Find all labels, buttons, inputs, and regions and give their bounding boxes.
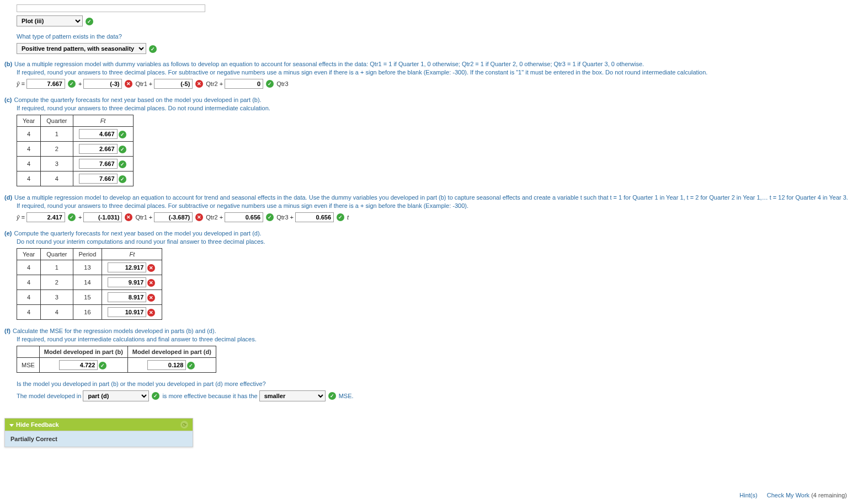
forecast-table-c: Year Quarter Ft 41 42 43 44 [17, 115, 134, 186]
pattern-select[interactable]: Positive trend pattern, with seasonality [17, 43, 146, 54]
d-coef2-input[interactable] [154, 212, 193, 222]
correct-icon [68, 213, 76, 221]
part-e-note: Do not round your interim computations a… [17, 238, 854, 245]
table-row: 4315 [17, 290, 162, 305]
qtr2-label: Qtr2 + [206, 81, 223, 87]
conclusion-mid: is more effective because it has the [162, 393, 257, 399]
part-b-label: (b) [4, 61, 12, 67]
correct-icon [149, 45, 157, 53]
part-b-prompt: Use a multiple regression model with dum… [14, 61, 644, 67]
forecast-input[interactable] [108, 307, 146, 317]
qtr1-label: Qtr1 + [135, 81, 152, 87]
forecast-table-e: Year Quarter Period Ft 4113 4214 4315 44… [17, 248, 162, 320]
forecast-input[interactable] [79, 174, 118, 184]
forecast-input[interactable] [108, 262, 146, 272]
d-intercept-input[interactable] [26, 212, 65, 222]
b-coef1-input[interactable] [83, 79, 122, 89]
correct-icon [152, 392, 159, 400]
col-year: Year [17, 249, 41, 260]
feedback-header-toggle[interactable]: Hide Feedback ⟳ [5, 419, 193, 431]
part-b-note: If required, round your answers to three… [17, 69, 854, 76]
plot-placeholder [17, 4, 205, 12]
part-c-note: If required, round your answers to three… [17, 105, 854, 111]
incorrect-icon [147, 279, 155, 287]
size-select[interactable]: smaller [259, 390, 326, 401]
pattern-question: What type of pattern exists in the data? [17, 33, 854, 40]
correct-icon [337, 213, 344, 221]
qtr3-label: Qtr3 + [276, 214, 294, 221]
col-model-b: Model developed in part (b) [39, 346, 127, 358]
model-select[interactable]: part (d) [83, 390, 149, 401]
part-f-note: If required, round your intermediate cal… [17, 336, 854, 342]
mse-table: Model developed in part (b) Model develo… [17, 346, 216, 373]
yhat-label: ŷ = [17, 214, 25, 221]
mse-b-input[interactable] [59, 360, 98, 370]
feedback-status: Partially Correct [5, 431, 193, 447]
chevron-down-icon [9, 424, 14, 427]
refresh-icon[interactable]: ⟳ [180, 421, 188, 428]
d-coef4-input[interactable] [295, 212, 334, 222]
b-intercept-input[interactable] [26, 79, 65, 89]
incorrect-icon [147, 294, 155, 302]
conclusion-pre: The model developed in [17, 393, 81, 399]
correct-icon [266, 80, 274, 88]
qtr3-label: Qtr3 [276, 81, 288, 87]
col-quarter: Quarter [41, 249, 73, 260]
forecast-input[interactable] [79, 129, 118, 139]
correct-icon [328, 392, 336, 400]
col-ft: Ft [73, 115, 133, 127]
incorrect-icon [195, 213, 203, 221]
qtr1-label: Qtr1 + [135, 214, 152, 221]
plus: + [78, 81, 82, 87]
table-row: 4416 [17, 305, 162, 320]
col-period: Period [73, 249, 102, 260]
correct-icon [119, 131, 126, 138]
col-ft: Ft [102, 249, 162, 260]
feedback-panel: Hide Feedback ⟳ Partially Correct [4, 418, 193, 447]
forecast-input[interactable] [79, 144, 118, 154]
forecast-input[interactable] [108, 292, 146, 302]
plot-select[interactable]: Plot (iii) [17, 15, 83, 26]
row-mse-label: MSE [17, 358, 40, 373]
correct-icon [119, 175, 126, 183]
mse-d-input[interactable] [147, 360, 186, 370]
feedback-title: Hide Feedback [16, 421, 59, 428]
correct-icon [99, 362, 106, 369]
incorrect-icon [147, 264, 155, 272]
part-f-question: Is the model you developed in part (b) o… [17, 380, 854, 387]
d-coef3-input[interactable] [225, 212, 263, 222]
incorrect-icon [147, 309, 155, 317]
forecast-input[interactable] [79, 159, 118, 169]
correct-icon [68, 80, 76, 88]
part-d-label: (d) [4, 194, 12, 201]
qtr2-label: Qtr2 + [206, 214, 223, 221]
part-d-note: If required, round your answers to three… [17, 202, 854, 209]
incorrect-icon [125, 213, 132, 221]
part-e-prompt: Compute the quarterly forecasts for next… [14, 230, 261, 237]
col-year: Year [17, 115, 41, 127]
correct-icon [266, 213, 274, 221]
part-f-label: (f) [4, 328, 10, 334]
incorrect-icon [195, 80, 203, 88]
b-coef3-input[interactable] [225, 79, 263, 89]
table-row: 4214 [17, 275, 162, 290]
correct-icon [187, 362, 195, 369]
part-c-label: (c) [4, 96, 12, 103]
table-row: 43 [17, 157, 134, 171]
d-coef1-input[interactable] [83, 212, 122, 222]
b-coef2-input[interactable] [154, 79, 193, 89]
correct-icon [86, 18, 93, 25]
col-quarter: Quarter [41, 115, 73, 127]
t-label: t [347, 214, 349, 221]
table-row: 44 [17, 171, 134, 186]
part-f-prompt: Calculate the MSE for the regression mod… [13, 328, 216, 334]
table-row: 4113 [17, 260, 162, 275]
part-c-prompt: Compute the quarterly forecasts for next… [14, 96, 261, 103]
part-e-label: (e) [4, 230, 12, 237]
table-row: 41 [17, 127, 134, 142]
yhat-label: ŷ = [17, 81, 25, 87]
table-row: 42 [17, 142, 134, 157]
part-d-prompt: Use a multiple regression model to devel… [14, 194, 848, 201]
correct-icon [119, 160, 126, 168]
forecast-input[interactable] [108, 277, 146, 287]
